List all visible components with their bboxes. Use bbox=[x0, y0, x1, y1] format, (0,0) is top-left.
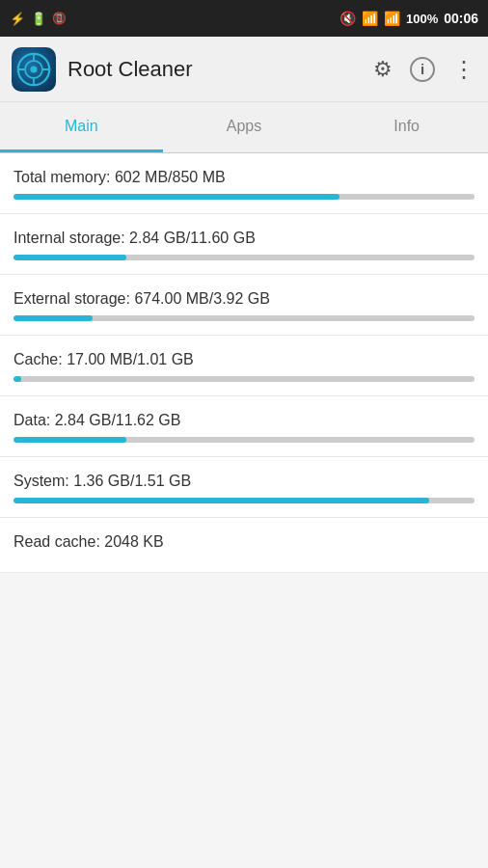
progress-bar-container bbox=[14, 315, 474, 321]
status-bar: ⚡ 🔋 📵 🔇 📶 📶 100% 00:06 bbox=[0, 0, 488, 37]
app-title: Root Cleaner bbox=[68, 57, 373, 82]
stat-label: External storage: 674.00 MB/3.92 GB bbox=[14, 290, 474, 308]
progress-bar-fill bbox=[14, 437, 126, 443]
stat-item: External storage: 674.00 MB/3.92 GB bbox=[0, 275, 488, 336]
stat-item: Read cache: 2048 KB bbox=[0, 518, 488, 573]
progress-bar-fill bbox=[14, 315, 93, 321]
phone-icon: 📵 bbox=[52, 12, 67, 25]
stat-item: System: 1.36 GB/1.51 GB bbox=[0, 457, 488, 518]
stat-label: Total memory: 602 MB/850 MB bbox=[14, 169, 474, 186]
app-icon-svg bbox=[16, 52, 51, 87]
stat-label: Internal storage: 2.84 GB/11.60 GB bbox=[14, 230, 474, 247]
stat-label: System: 1.36 GB/1.51 GB bbox=[14, 473, 474, 490]
status-bar-right: 🔇 📶 📶 100% 00:06 bbox=[339, 11, 478, 26]
progress-bar-container bbox=[14, 437, 474, 443]
stat-label: Read cache: 2048 KB bbox=[14, 533, 474, 551]
stat-label: Data: 2.84 GB/11.62 GB bbox=[14, 412, 474, 429]
progress-bar-fill bbox=[14, 498, 429, 503]
usb-icon: ⚡ bbox=[10, 12, 25, 26]
progress-bar-container bbox=[14, 498, 474, 503]
battery-small-icon: 🔋 bbox=[31, 12, 46, 26]
info-icon[interactable]: i bbox=[410, 57, 435, 82]
progress-bar-fill bbox=[14, 194, 339, 200]
stat-item: Internal storage: 2.84 GB/11.60 GB bbox=[0, 214, 488, 275]
svg-point-2 bbox=[30, 66, 37, 72]
more-options-icon[interactable]: ⋮ bbox=[452, 56, 476, 83]
signal-icon: 📶 bbox=[384, 11, 400, 26]
stat-item: Cache: 17.00 MB/1.01 GB bbox=[0, 336, 488, 396]
app-icon bbox=[12, 47, 56, 92]
progress-bar-fill bbox=[14, 255, 126, 260]
battery-label: 100% bbox=[406, 12, 438, 26]
stat-item: Data: 2.84 GB/11.62 GB bbox=[0, 396, 488, 457]
progress-bar-container bbox=[14, 376, 474, 382]
mute-icon: 🔇 bbox=[339, 11, 356, 26]
tab-apps[interactable]: Apps bbox=[163, 102, 326, 152]
status-bar-left: ⚡ 🔋 📵 bbox=[10, 12, 67, 26]
header-icons: ⚙ i ⋮ bbox=[373, 56, 476, 83]
time-label: 00:06 bbox=[444, 11, 478, 26]
progress-bar-container bbox=[14, 255, 474, 260]
stat-item: Total memory: 602 MB/850 MB bbox=[0, 153, 488, 214]
settings-icon[interactable]: ⚙ bbox=[373, 57, 393, 82]
app-header: Root Cleaner ⚙ i ⋮ bbox=[0, 37, 488, 102]
progress-bar-fill bbox=[14, 376, 21, 382]
progress-bar-container bbox=[14, 194, 474, 200]
tab-main[interactable]: Main bbox=[0, 102, 163, 152]
tab-info[interactable]: Info bbox=[325, 102, 488, 152]
main-content: Total memory: 602 MB/850 MBInternal stor… bbox=[0, 153, 488, 573]
wifi-icon: 📶 bbox=[362, 11, 378, 26]
stat-label: Cache: 17.00 MB/1.01 GB bbox=[14, 351, 474, 368]
tab-bar: Main Apps Info bbox=[0, 102, 488, 153]
